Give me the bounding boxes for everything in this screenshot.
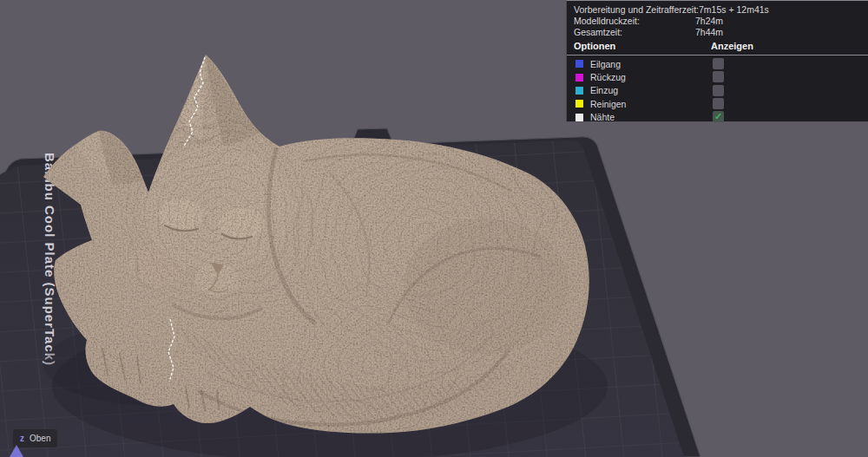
checkbox-naehte[interactable]: ✓ [713,111,724,122]
option-label: Nähte [590,112,615,122]
time-label: Gesamtzeit: [574,27,695,37]
slicer-preview-window: Bambu Cool Plate (SuperTack) [0,0,868,457]
time-label: Vorbereitung und Zeitrafferzeit: [574,4,699,15]
option-label: Einzug [590,85,618,95]
time-row-preparation: Vorbereitung und Zeitrafferzeit: 7m15s +… [567,3,868,15]
z-axis-arrow-icon[interactable] [10,445,23,457]
option-label: Reinigen [590,99,626,109]
checkbox-reinigen[interactable] [713,98,724,109]
legend-panel: Vorbereitung und Zeitrafferzeit: 7m15s +… [566,0,868,122]
color-swatch-reinigen [575,100,583,108]
time-label: Modelldruckzeit: [574,16,695,26]
option-label: Rückzug [590,72,626,82]
option-row-eilgang: Eilgang [567,57,868,70]
checkbox-einzug[interactable] [713,85,724,96]
options-header-row: Optionen Anzeigen [567,40,868,55]
time-row-model-print: Modelldruckzeit: 7h24m [567,15,868,26]
time-value: 7m15s + 12m41s [699,4,769,15]
time-row-total: Gesamtzeit: 7h44m [567,27,868,38]
options-list: Eilgang Rückzug Einzug Reinigen Nähte [567,55,868,123]
option-row-rueckzug: Rückzug [567,70,868,83]
time-value: 7h24m [695,16,723,26]
color-swatch-einzug [575,87,583,95]
checkbox-eilgang[interactable] [713,58,724,69]
checkbox-rueckzug[interactable] [713,71,724,82]
color-swatch-rueckzug [575,74,583,82]
color-swatch-eilgang [575,60,583,68]
option-row-einzug: Einzug [567,84,868,97]
time-summary: Vorbereitung und Zeitrafferzeit: 7m15s +… [567,1,868,38]
options-column-header: Optionen [574,41,615,51]
color-swatch-naehte [575,114,583,121]
time-value: 7h44m [695,27,723,37]
z-axis-label: z [20,434,24,443]
option-row-reinigen: Reinigen [567,97,868,110]
option-label: Eilgang [590,59,621,69]
option-row-naehte: Nähte ✓ [567,110,868,123]
show-column-header: Anzeigen [711,41,753,51]
view-name-label: Oben [30,434,50,443]
